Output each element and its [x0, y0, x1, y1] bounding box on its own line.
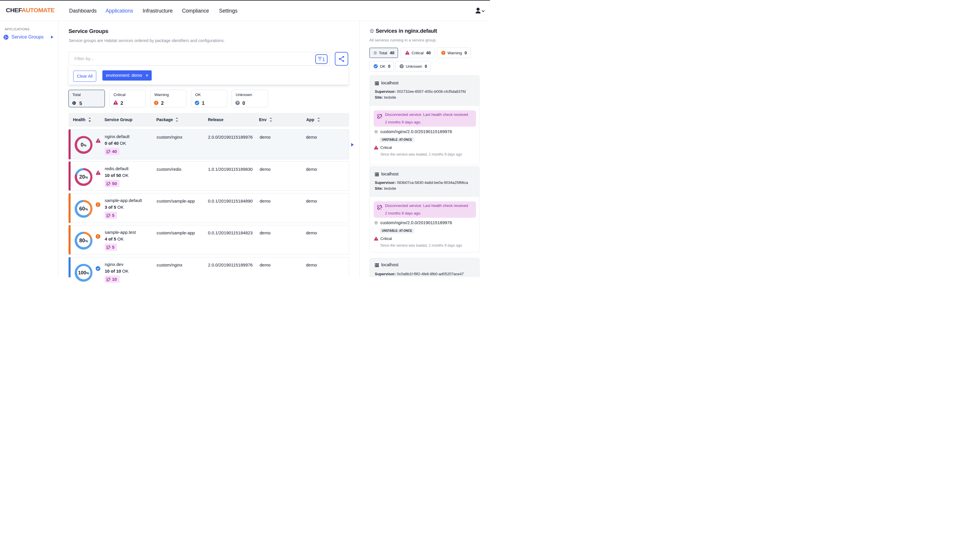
svg-text:1: 1 [322, 57, 325, 62]
svg-text:?: ? [237, 101, 238, 104]
svg-text:?: ? [401, 64, 402, 68]
